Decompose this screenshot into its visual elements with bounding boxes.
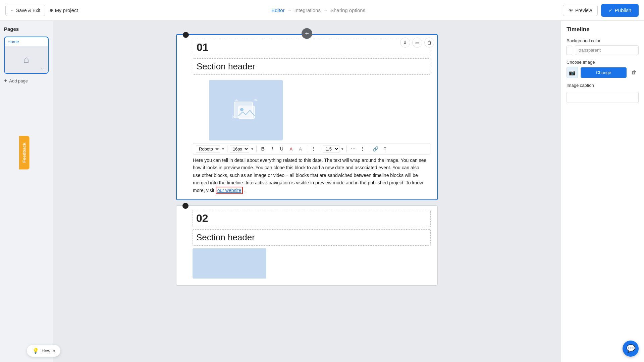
page-card-label: Home: [5, 37, 48, 46]
nav-arrow-2: →: [323, 8, 328, 13]
duplicate-block-button[interactable]: ▭: [412, 38, 422, 48]
project-dot-icon: [50, 9, 53, 12]
nav-step-integrations[interactable]: Integrations: [294, 7, 321, 13]
preview-eye-icon: 👁: [569, 8, 573, 13]
timeline-bullet-1: [183, 32, 189, 38]
toolbar-separator-3: [307, 145, 307, 152]
choose-image-label: Choose Image: [567, 60, 639, 65]
main-layout: Pages Home ⌂ ⋯ + Add page + ⇓ ▭ 🗑: [0, 21, 644, 362]
timeline-bullet-2: [182, 203, 189, 209]
line-height-select[interactable]: 1.5: [323, 145, 339, 153]
nav-arrow-1: →: [287, 8, 292, 13]
back-arrow-icon: ←: [10, 8, 14, 12]
underline-button[interactable]: U: [278, 145, 286, 153]
lightbulb-icon: 💡: [32, 348, 39, 354]
svg-point-2: [240, 108, 244, 111]
nav-step-sharing[interactable]: Sharing options: [330, 7, 365, 13]
image-placeholder-1[interactable]: [209, 80, 283, 140]
svg-marker-3: [234, 99, 239, 101]
toolbar-separator-1: [227, 145, 227, 152]
section-number-block-2[interactable]: 02: [193, 210, 431, 227]
clear-format-button[interactable]: T: [381, 145, 389, 153]
bg-color-label: Background color: [567, 38, 639, 43]
font-size-select[interactable]: 16px: [230, 145, 249, 153]
toolbar-separator-6: [369, 145, 369, 152]
plus-icon: +: [4, 78, 7, 84]
align-left-button[interactable]: ⋮: [310, 145, 318, 153]
image-icon: 📷: [569, 69, 576, 76]
top-nav: ← Save & Exit My project Editor → Integr…: [0, 0, 644, 21]
how-to-bar[interactable]: 💡 How to: [27, 345, 60, 357]
our-website-link[interactable]: our website: [216, 187, 243, 194]
image-caption-label: Image caption: [567, 83, 639, 88]
image-placeholder-2[interactable]: [193, 248, 266, 279]
publish-button[interactable]: ✓ Publish: [601, 4, 639, 17]
link-button[interactable]: 🔗: [372, 145, 380, 153]
image-caption-input[interactable]: [567, 92, 639, 103]
add-page-label: Add page: [9, 78, 28, 83]
highlight-button[interactable]: A: [297, 145, 305, 153]
svg-rect-1: [238, 106, 255, 119]
canvas-area: + ⇓ ▭ 🗑 01 Section header: [53, 21, 561, 362]
chat-button[interactable]: 💬: [623, 341, 639, 357]
color-swatch[interactable]: [567, 46, 572, 55]
right-panel: Timeline Background color Choose Image 📷…: [561, 21, 644, 362]
project-name: My project: [50, 7, 78, 13]
section-header-block-1[interactable]: Section header: [193, 58, 430, 75]
font-color-button[interactable]: A: [287, 145, 295, 153]
block-actions: ⇓ ▭ 🗑: [400, 38, 434, 48]
choose-image-row: 📷 Change 🗑: [567, 67, 639, 78]
page-card-home[interactable]: Home ⌂ ⋯: [4, 37, 49, 74]
bold-button[interactable]: B: [259, 145, 267, 153]
pages-title: Pages: [4, 26, 49, 32]
save-exit-button[interactable]: ← Save & Exit: [5, 5, 45, 16]
image-thumbnail-button[interactable]: 📷: [567, 67, 578, 78]
home-icon: ⌂: [23, 54, 29, 65]
panel-title: Timeline: [567, 26, 639, 33]
editor-block-2: 02 Section header: [176, 205, 438, 286]
publish-check-icon: ✓: [608, 7, 613, 13]
toolbar-separator-2: [256, 145, 257, 152]
italic-button[interactable]: I: [268, 145, 276, 153]
page-options-button[interactable]: ⋯: [41, 65, 46, 71]
nav-step-editor[interactable]: Editor: [271, 7, 284, 13]
sidebar: Pages Home ⌂ ⋯ + Add page: [0, 21, 53, 362]
text-toolbar: Roboto ▼ 16px ▼ B I U A A ⋮: [193, 143, 430, 155]
chat-icon: 💬: [626, 344, 635, 353]
svg-marker-4: [253, 99, 258, 101]
unordered-list-button[interactable]: ⋮: [359, 145, 367, 153]
change-image-button[interactable]: Change: [581, 67, 627, 78]
how-to-label: How to: [42, 348, 55, 353]
color-text-input[interactable]: [575, 45, 639, 55]
body-text-end: .: [244, 188, 246, 193]
font-family-select[interactable]: Roboto: [196, 145, 220, 153]
nav-steps: Editor → Integrations → Sharing options: [271, 7, 365, 13]
download-block-button[interactable]: ⇓: [400, 38, 410, 48]
feedback-tab[interactable]: Feedback: [19, 136, 29, 170]
delete-block-button[interactable]: 🗑: [424, 38, 434, 48]
bg-color-row: [567, 45, 639, 55]
ordered-list-button[interactable]: ⋯: [349, 145, 357, 153]
editor-block-1: ⇓ ▭ 🗑 01 Section header: [176, 34, 438, 200]
save-exit-label: Save & Exit: [16, 8, 40, 13]
toolbar-expand-icon: ▼: [221, 147, 225, 151]
add-block-button[interactable]: +: [302, 28, 312, 39]
body-text-block-1[interactable]: Here you can tell in detail about everyt…: [193, 157, 430, 194]
project-name-label: My project: [55, 7, 78, 13]
line-height-expand-icon: ▼: [341, 147, 344, 151]
publish-label: Publish: [615, 7, 631, 13]
toolbar-size-expand-icon: ▼: [251, 147, 254, 151]
preview-button[interactable]: 👁 Preview: [563, 5, 598, 16]
preview-label: Preview: [575, 8, 592, 13]
section-number-block-1[interactable]: 01: [193, 39, 430, 56]
toolbar-separator-5: [346, 145, 347, 152]
section-header-block-2[interactable]: Section header: [193, 229, 431, 246]
add-page-button[interactable]: + Add page: [4, 78, 49, 84]
toolbar-separator-4: [320, 145, 320, 152]
delete-image-button[interactable]: 🗑: [629, 68, 639, 77]
